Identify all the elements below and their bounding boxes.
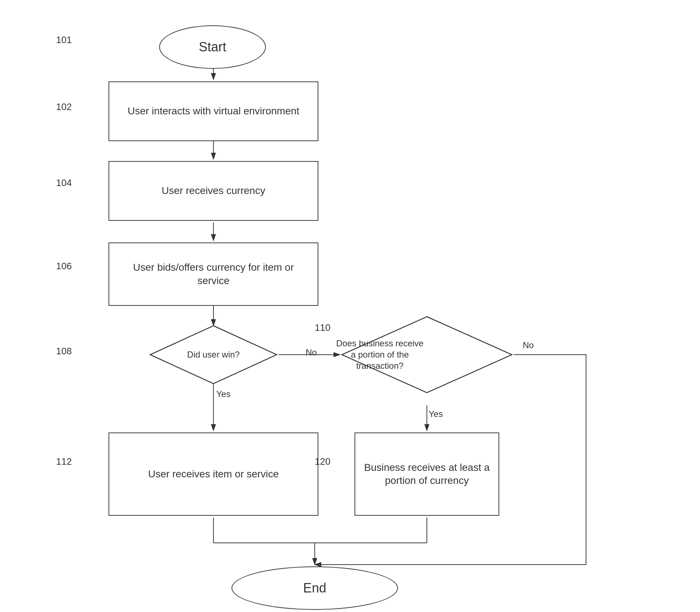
node-108: Did user win? xyxy=(148,324,279,385)
node-104: User receives currency xyxy=(109,161,318,221)
ref-102: 102 xyxy=(56,101,72,113)
arrow-label-no1: No xyxy=(306,347,317,358)
node-120-label: Business receives at least a portion of … xyxy=(362,461,491,488)
flowchart-diagram: 101 Start 102 User interacts with virtua… xyxy=(0,0,700,612)
node-112-label: User receives item or service xyxy=(148,468,279,481)
svg-marker-13 xyxy=(342,317,512,393)
end-label: End xyxy=(303,580,326,597)
svg-marker-12 xyxy=(150,326,277,384)
arrow-label-yes1: Yes xyxy=(216,389,230,399)
ref-108: 108 xyxy=(56,346,72,357)
node-102-label: User interacts with virtual environment xyxy=(128,105,300,118)
node-112: User receives item or service xyxy=(109,432,318,516)
arrows-svg xyxy=(0,0,700,612)
arrow-label-yes2: Yes xyxy=(429,409,443,419)
node-106: User bids/offers currency for item or se… xyxy=(109,242,318,306)
node-120: Business receives at least a portion of … xyxy=(355,432,499,516)
arrow-label-no2: No xyxy=(523,340,534,350)
ref-106: 106 xyxy=(56,261,72,272)
ref-101: 101 xyxy=(56,34,72,46)
ref-112: 112 xyxy=(56,456,72,467)
ref-110: 110 xyxy=(315,322,330,333)
ref-120: 120 xyxy=(315,456,330,467)
node-106-label: User bids/offers currency for item or se… xyxy=(116,261,310,287)
start-label: Start xyxy=(199,39,226,56)
start-node: Start xyxy=(159,25,266,69)
node-104-label: User receives currency xyxy=(162,184,265,197)
ref-104: 104 xyxy=(56,177,72,189)
end-node: End xyxy=(232,566,398,610)
node-110: Does business receive a portion of the t… xyxy=(340,315,514,394)
node-102: User interacts with virtual environment xyxy=(109,81,318,141)
